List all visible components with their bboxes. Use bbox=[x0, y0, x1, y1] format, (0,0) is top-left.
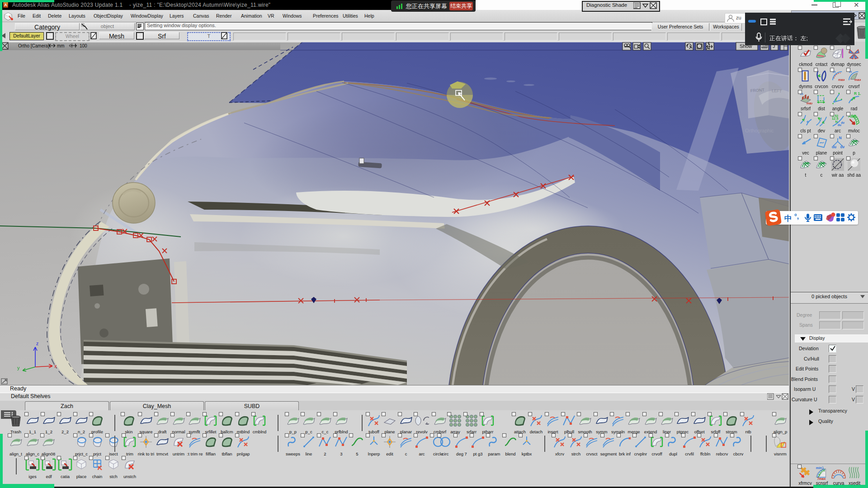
svg-text:R 1.0: R 1.0 bbox=[854, 91, 861, 96]
svg-text:max: max bbox=[854, 78, 861, 82]
svg-text:max: max bbox=[838, 78, 844, 82]
svg-text:z: z bbox=[36, 341, 39, 346]
svg-text:dv: dv bbox=[841, 121, 845, 124]
svg-text:max: max bbox=[807, 101, 812, 105]
svg-text:Ortho [Camera]: Ortho [Camera] bbox=[18, 43, 49, 48]
svg-text:LEFT: LEFT bbox=[772, 89, 782, 94]
svg-text:N: N bbox=[835, 120, 837, 124]
svg-text:100: 100 bbox=[80, 43, 87, 48]
svg-text:Orthographic: Orthographic bbox=[745, 128, 774, 133]
svg-text:dv: dv bbox=[840, 145, 844, 149]
svg-text:⤴max: ⤴max bbox=[817, 477, 826, 480]
svg-text:du: du bbox=[832, 145, 836, 149]
svg-text:y: y bbox=[17, 365, 20, 371]
svg-text:x: x bbox=[54, 363, 57, 369]
svg-text:mm: mm bbox=[57, 43, 65, 48]
svg-text:N: N bbox=[839, 136, 842, 140]
